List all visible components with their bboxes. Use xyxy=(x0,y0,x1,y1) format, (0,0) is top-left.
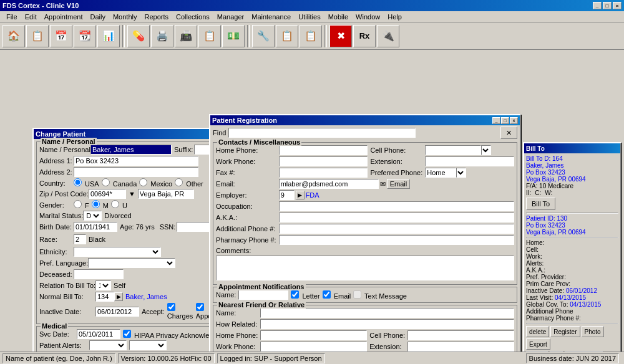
toolbar-calendar[interactable]: 📅 xyxy=(50,25,72,47)
home-phone-input[interactable] xyxy=(279,145,368,155)
notif-text[interactable]: Text Message xyxy=(353,290,407,300)
address1-input[interactable] xyxy=(74,156,198,166)
country-other[interactable]: Other xyxy=(175,178,203,188)
marital-select[interactable]: D xyxy=(83,211,102,221)
delete-btn[interactable]: delete xyxy=(526,326,549,337)
email-btn[interactable]: Email xyxy=(387,179,411,189)
pref-phone-select[interactable] xyxy=(456,168,466,178)
find-input[interactable] xyxy=(228,128,416,138)
cell-phone-input[interactable] xyxy=(425,145,481,155)
patient-alerts-select[interactable] xyxy=(89,340,127,350)
menu-window[interactable]: Window xyxy=(352,12,384,21)
app-title: FDS Cortex - Clinic V10 xyxy=(2,2,79,9)
svc-date-input[interactable] xyxy=(77,329,120,339)
bill-to-btn[interactable]: Bill To xyxy=(526,198,555,210)
zip-dropdown-arrow[interactable]: ▼ xyxy=(129,190,135,198)
nf-extension-input[interactable] xyxy=(407,342,514,352)
menu-monthly[interactable]: Monthly xyxy=(109,12,141,21)
notif-email[interactable]: Email xyxy=(323,290,351,300)
nf-work-phone-input[interactable] xyxy=(260,342,367,352)
ethnicity-select[interactable] xyxy=(74,247,161,257)
toolbar-pharmacy[interactable]: 💊 xyxy=(127,25,150,47)
gender-u[interactable]: U xyxy=(111,200,127,209)
toolbar-new[interactable]: 📋 xyxy=(26,25,49,47)
menu-collections[interactable]: Collections xyxy=(172,12,213,21)
notif-letter[interactable]: Letter xyxy=(291,290,319,300)
gender-f[interactable]: F xyxy=(74,200,89,209)
toolbar-rx[interactable]: Rx xyxy=(353,25,376,47)
gender-m[interactable]: M xyxy=(92,200,109,209)
employer-input[interactable] xyxy=(279,190,295,200)
pref-lang-select[interactable] xyxy=(88,258,175,268)
country-canada[interactable]: Canada xyxy=(102,178,137,188)
extension-input[interactable] xyxy=(425,156,514,166)
export-btn[interactable]: Export xyxy=(526,338,550,350)
menu-utilities[interactable]: Utilities xyxy=(295,12,324,21)
toolbar-print[interactable]: 🖨️ xyxy=(151,25,173,47)
minimize-btn[interactable]: _ xyxy=(593,2,602,9)
menu-manager[interactable]: Manager xyxy=(213,12,248,21)
inactive-input[interactable] xyxy=(95,307,139,317)
aka-input[interactable] xyxy=(279,213,514,223)
menu-appointment[interactable]: Appointment xyxy=(41,12,87,21)
title-bar-buttons[interactable]: _ □ × xyxy=(593,2,622,9)
nf-name-input[interactable] xyxy=(260,308,514,318)
toolbar-settings[interactable]: 🔧 xyxy=(252,25,275,47)
city-input[interactable] xyxy=(138,189,194,199)
nf-cell-phone-input[interactable] xyxy=(407,330,514,340)
toolbar-billing[interactable]: 💵 xyxy=(222,25,245,47)
toolbar-copy[interactable]: 📋 xyxy=(198,25,221,47)
notif-name-input[interactable] xyxy=(238,290,288,300)
menu-daily[interactable]: Daily xyxy=(86,12,109,21)
country-mexico[interactable]: Mexico xyxy=(139,178,172,188)
name-input[interactable] xyxy=(90,145,172,155)
menu-help[interactable]: Help xyxy=(384,12,406,21)
pr-close-btn[interactable]: ✕ xyxy=(500,127,517,139)
add-phone-input[interactable] xyxy=(279,224,514,234)
fax-input[interactable] xyxy=(279,168,368,178)
deceased-input[interactable] xyxy=(74,269,124,279)
menu-reports[interactable]: Reports xyxy=(140,12,172,21)
menu-maintenance[interactable]: Maintenance xyxy=(248,12,295,21)
patient-alerts-select2[interactable] xyxy=(129,340,167,350)
pref-phone-input[interactable] xyxy=(425,168,456,178)
occupation-input[interactable] xyxy=(279,201,514,211)
work-phone-input[interactable] xyxy=(279,156,368,166)
close-btn[interactable]: × xyxy=(613,2,622,9)
nf-how-related-input[interactable] xyxy=(260,319,514,329)
accept-charges[interactable]: Charges xyxy=(167,303,193,320)
relation-select[interactable]: 1 xyxy=(95,280,111,290)
toolbar-cancel[interactable]: ✖ xyxy=(329,25,352,47)
menu-edit[interactable]: Edit xyxy=(21,12,41,21)
normal-bill-input[interactable] xyxy=(95,292,114,302)
pr-maximize[interactable]: □ xyxy=(501,117,509,124)
birthdate-input[interactable] xyxy=(74,222,117,232)
toolbar-extra[interactable]: 🔌 xyxy=(377,25,399,47)
email-input[interactable] xyxy=(279,179,379,189)
menu-mobile[interactable]: Mobile xyxy=(324,12,352,21)
cell-dropdown[interactable] xyxy=(481,145,491,155)
address2-input[interactable] xyxy=(74,167,198,177)
nf-grid: Name: How Related: Home Phone: Cell Phon… xyxy=(216,308,514,352)
toolbar-fax[interactable]: 📠 xyxy=(175,25,197,47)
race-input[interactable] xyxy=(74,234,86,244)
pharm-phone-input[interactable] xyxy=(279,235,514,245)
main-area: Change Patient _ □ × Name / Personal Nam… xyxy=(0,50,624,364)
register-btn[interactable]: Register xyxy=(550,326,580,337)
comments-textarea[interactable] xyxy=(216,256,514,280)
toolbar-reports[interactable]: 📊 xyxy=(97,25,120,47)
nf-home-phone-input[interactable] xyxy=(260,330,367,340)
toolbar-monthly[interactable]: 📆 xyxy=(74,25,96,47)
pr-close[interactable]: × xyxy=(510,117,518,124)
photo-btn[interactable]: Photo xyxy=(582,326,604,337)
menu-file[interactable]: File xyxy=(2,12,21,21)
toolbar-doc2[interactable]: 📋 xyxy=(300,25,322,47)
country-usa[interactable]: USA xyxy=(74,178,99,188)
normal-bill-nav[interactable]: ▶ xyxy=(114,292,123,301)
toolbar-doc1[interactable]: 📋 xyxy=(276,25,298,47)
maximize-btn[interactable]: □ xyxy=(603,2,612,9)
toolbar-home[interactable]: 🏠 xyxy=(2,25,25,47)
pr-minimize[interactable]: _ xyxy=(492,117,500,124)
employer-nav[interactable]: ▶ xyxy=(296,191,305,199)
zip-input[interactable] xyxy=(89,189,126,199)
